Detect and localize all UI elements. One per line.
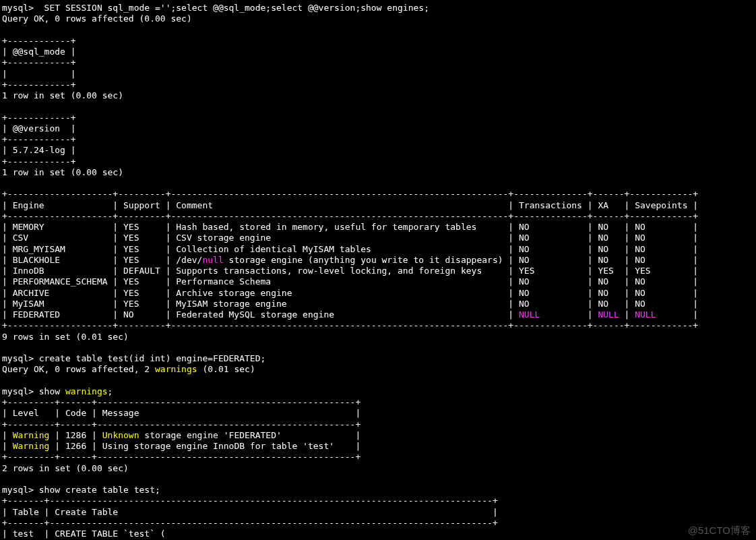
terminal-line: +------------+ [2,156,76,167]
terminal-line: +--------------------+---------+--------… [2,189,698,199]
terminal-line: +--------------------+---------+--------… [2,211,698,221]
terminal-text: | PERFORMANCE_SCHEMA | YES | Performance… [2,276,698,287]
terminal-text: ; [108,386,113,396]
terminal-text: | [656,309,699,320]
terminal-text: +--------------------+---------+--------… [2,211,698,221]
terminal-text: +------------+ [2,113,76,123]
terminal-line: +------------+ [2,80,76,90]
terminal-text: | 1266 | Using storage engine InnoDB for… [49,441,360,451]
terminal-line: | BLACKHOLE | YES | /dev/null storage en… [2,255,698,265]
terminal-text: +------------+ [2,134,76,144]
terminal-line: | @@version | [2,123,76,133]
terminal-line: 1 row in set (0.00 sec) [2,90,123,100]
terminal-text: mysql> SET SESSION sql_mode ='';select @… [2,3,429,13]
terminal-text: +--------------------+---------+--------… [2,189,698,199]
terminal-text: mysql> show [2,386,65,396]
terminal-text: NULL [519,309,540,320]
terminal-line: | MEMORY | YES | Hash based, stored in m… [2,222,698,232]
terminal-line: | MyISAM | YES | MyISAM storage engine |… [2,299,698,309]
terminal-text: Warning [13,441,50,451]
terminal-text: | [2,441,13,451]
terminal-text: | [2,430,13,440]
terminal-line: | ARCHIVE | YES | Archive storage engine… [2,288,698,298]
terminal-line: | test | CREATE TABLE `test` ( [2,529,166,539]
terminal-text: | InnoDB | DEFAULT | Supports transactio… [2,266,698,276]
terminal-line: mysql> create table test(id int) engine=… [2,353,265,363]
terminal-text: | 5.7.24-log | [2,145,76,155]
terminal-line: mysql> show warnings; [2,386,113,396]
terminal-line: | Warning | 1286 | Unknown storage engin… [2,430,360,440]
terminal-text: 9 rows in set (0.01 sec) [2,332,129,342]
terminal-line: 1 row in set (0.00 sec) [2,167,123,177]
terminal-line: | FEDERATED | NO | Federated MySQL stora… [2,309,698,320]
terminal-text: | 1286 | [49,430,102,440]
terminal-text: storage engine 'FEDERATED' | [139,430,361,440]
terminal-line: | PERFORMANCE_SCHEMA | YES | Performance… [2,276,698,287]
terminal-line: | @@sql_mode | [2,47,76,57]
terminal-text: +------------+ [2,156,76,167]
terminal-line: +------------+ [2,36,76,46]
terminal-text: +---------+------+----------------------… [2,419,360,429]
terminal-text: +--------------------+---------+--------… [2,320,698,330]
terminal-text: 2 rows in set (0.00 sec) [2,463,129,473]
terminal-text: | MRG_MYISAM | YES | Collection of ident… [2,244,698,254]
terminal-text: | Table | Create Table | [2,507,498,517]
terminal-line: +-------+-------------------------------… [2,496,498,506]
terminal-line: | 5.7.24-log | [2,145,76,155]
terminal-text: | [540,309,598,320]
terminal-text: +------------+ [2,80,76,90]
terminal-text: +------------+ [2,57,76,67]
terminal-line: | Warning | 1266 | Using storage engine … [2,441,360,451]
terminal-text: NULL [598,309,619,320]
terminal-text: +-------+-------------------------------… [2,518,498,528]
terminal-text: | @@version | [2,123,76,133]
terminal-text: | Level | Code | Message | [2,408,360,418]
terminal-text: | MEMORY | YES | Hash based, stored in m… [2,222,698,232]
terminal-line: +---------+------+----------------------… [2,397,360,407]
terminal-text: | CSV | YES | CSV storage engine | NO | … [2,233,698,243]
terminal-text: +-------+-------------------------------… [2,496,498,506]
terminal-line: Query OK, 0 rows affected, 2 warnings (0… [2,364,255,374]
terminal-line: +--------------------+---------+--------… [2,320,698,330]
terminal-line: | Level | Code | Message | [2,408,360,418]
terminal-text: | test | CREATE TABLE `test` ( [2,529,166,539]
terminal-text: storage engine (anything you write to it… [224,255,698,265]
terminal-text: | MyISAM | YES | MyISAM storage engine |… [2,299,698,309]
terminal-line: +------------+ [2,134,76,144]
terminal-line: mysql> SET SESSION sql_mode ='';select @… [2,3,429,13]
terminal-line: mysql> show create table test; [2,485,160,495]
terminal-line: 9 rows in set (0.01 sec) [2,332,129,342]
terminal-line: Query OK, 0 rows affected (0.00 sec) [2,13,192,24]
terminal-text: mysql> create table test(id int) engine=… [2,353,265,363]
terminal-line: | MRG_MYISAM | YES | Collection of ident… [2,244,698,254]
terminal-line: | | [2,69,76,79]
terminal-line: | Engine | Support | Comment | Transacti… [2,200,698,210]
terminal-line: +------------+ [2,57,76,67]
terminal-line: | InnoDB | DEFAULT | Supports transactio… [2,266,698,276]
terminal-text: | | [2,69,76,79]
terminal-text: warnings [155,364,197,374]
terminal-text: Query OK, 0 rows affected (0.00 sec) [2,13,192,24]
terminal-line: 2 rows in set (0.00 sec) [2,463,129,473]
terminal-text: | [619,309,635,320]
terminal-line: +------------+ [2,113,76,123]
terminal-text: Query OK, 0 rows affected, 2 [2,364,155,374]
mysql-terminal[interactable]: mysql> SET SESSION sql_mode ='';select @… [0,0,756,540]
terminal-text: Warning [13,430,50,440]
terminal-text: | BLACKHOLE | YES | /dev/ [2,255,202,265]
terminal-line: +---------+------+----------------------… [2,419,360,429]
terminal-text: warnings [65,386,108,396]
terminal-text: | ARCHIVE | YES | Archive storage engine… [2,288,698,298]
terminal-text: mysql> show create table test; [2,485,160,495]
terminal-text: +---------+------+----------------------… [2,452,360,462]
terminal-text: 1 row in set (0.00 sec) [2,90,123,100]
terminal-text: | Engine | Support | Comment | Transacti… [2,200,698,210]
terminal-line: | CSV | YES | CSV storage engine | NO | … [2,233,698,243]
terminal-text: NULL [635,309,656,320]
terminal-text: null [202,255,223,265]
terminal-line: +-------+-------------------------------… [2,518,498,528]
terminal-text: Unknown [102,430,139,440]
terminal-text: | @@sql_mode | [2,47,76,57]
terminal-text: +---------+------+----------------------… [2,397,360,407]
terminal-line: | Table | Create Table | [2,507,498,517]
